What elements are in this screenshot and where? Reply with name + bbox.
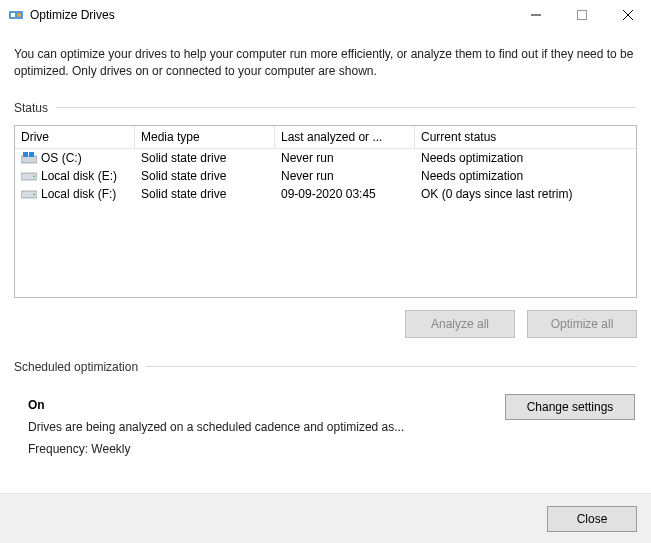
col-header-last[interactable]: Last analyzed or ... [275, 126, 415, 149]
col-header-status[interactable]: Current status [415, 126, 636, 149]
change-settings-button[interactable]: Change settings [505, 394, 635, 420]
cell-last-analyzed: Never run [275, 149, 415, 167]
hdd-drive-icon [21, 188, 37, 200]
table-header: Drive Media type Last analyzed or ... Cu… [15, 126, 636, 149]
table-row[interactable]: Local disk (F:)Solid state drive09-09-20… [15, 185, 636, 203]
cell-status: OK (0 days since last retrim) [415, 185, 636, 203]
cell-drive: OS (C:) [15, 149, 135, 167]
optimize-all-button[interactable]: Optimize all [527, 310, 637, 338]
svg-point-2 [17, 13, 21, 17]
analyze-all-button[interactable]: Analyze all [405, 310, 515, 338]
col-header-media[interactable]: Media type [135, 126, 275, 149]
scheduled-description: Drives are being analyzed on a scheduled… [28, 420, 505, 434]
windows-drive-icon [21, 152, 37, 164]
divider [56, 107, 637, 108]
svg-rect-7 [21, 156, 37, 163]
svg-rect-8 [23, 152, 28, 157]
close-window-button[interactable] [605, 0, 651, 30]
intro-text: You can optimize your drives to help you… [14, 46, 637, 81]
minimize-button[interactable] [513, 0, 559, 30]
drive-name: OS (C:) [41, 151, 82, 165]
drive-table: Drive Media type Last analyzed or ... Cu… [14, 125, 637, 298]
window-title: Optimize Drives [30, 8, 513, 22]
app-icon [8, 7, 24, 23]
cell-media: Solid state drive [135, 149, 275, 167]
col-header-drive[interactable]: Drive [15, 126, 135, 149]
dialog-footer: Close [0, 493, 651, 543]
cell-drive: Local disk (E:) [15, 167, 135, 185]
status-group-label: Status [14, 101, 56, 115]
scheduled-frequency: Frequency: Weekly [28, 442, 505, 456]
table-row[interactable]: OS (C:)Solid state driveNever runNeeds o… [15, 149, 636, 167]
divider [146, 366, 637, 367]
cell-drive: Local disk (F:) [15, 185, 135, 203]
svg-point-11 [33, 175, 35, 177]
hdd-drive-icon [21, 170, 37, 182]
cell-last-analyzed: 09-09-2020 03:45 [275, 185, 415, 203]
close-button[interactable]: Close [547, 506, 637, 532]
drive-name: Local disk (F:) [41, 187, 116, 201]
svg-rect-4 [578, 11, 587, 20]
titlebar: Optimize Drives [0, 0, 651, 30]
table-row[interactable]: Local disk (E:)Solid state driveNever ru… [15, 167, 636, 185]
cell-last-analyzed: Never run [275, 167, 415, 185]
cell-status: Needs optimization [415, 149, 636, 167]
scheduled-state: On [28, 398, 505, 412]
cell-media: Solid state drive [135, 185, 275, 203]
cell-media: Solid state drive [135, 167, 275, 185]
svg-rect-9 [29, 152, 34, 157]
drive-name: Local disk (E:) [41, 169, 117, 183]
table-body: OS (C:)Solid state driveNever runNeeds o… [15, 149, 636, 297]
svg-point-13 [33, 193, 35, 195]
cell-status: Needs optimization [415, 167, 636, 185]
maximize-button[interactable] [559, 0, 605, 30]
svg-rect-1 [11, 13, 15, 17]
scheduled-group-label: Scheduled optimization [14, 360, 146, 374]
